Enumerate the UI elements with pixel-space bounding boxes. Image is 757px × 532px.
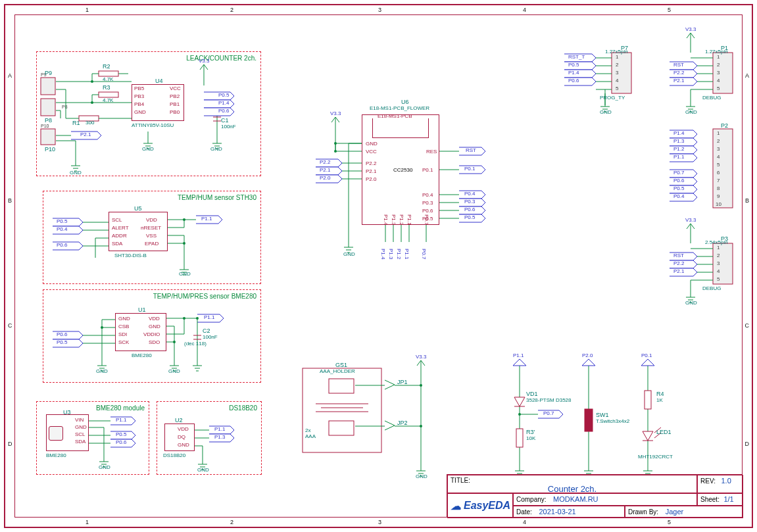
net: P0.1 <box>641 352 652 358</box>
net: P1.4 <box>380 249 386 259</box>
pin: CSB <box>118 324 129 329</box>
u3-chip-icon <box>49 426 63 441</box>
pin: ADDR <box>112 233 127 239</box>
c1-val: 100nF <box>221 124 236 130</box>
cloud-icon: ☁ <box>451 500 461 512</box>
gs1-val: AAA_HOLDER <box>320 368 355 374</box>
net: P0.4 <box>57 226 67 232</box>
pin: RES <box>426 149 437 155</box>
p8-ref: P8 <box>45 117 52 124</box>
pin: GND <box>366 141 378 147</box>
u2-val: DS18B20 <box>163 452 185 458</box>
v33: V3.3 <box>416 354 426 360</box>
p3-tag: DEBUG <box>702 285 721 291</box>
pin: GND <box>118 316 130 322</box>
ic-u6-shield <box>372 118 429 138</box>
title-key: TITLE: <box>451 477 470 484</box>
net: P1.2 <box>396 249 402 259</box>
net: P0.6 <box>673 178 684 183</box>
net: P1.2 <box>673 146 684 152</box>
r1-ref: R1 <box>72 120 80 126</box>
bme-note: (dec 118) <box>184 341 207 347</box>
net: P0.4 <box>673 193 684 199</box>
jp1: JP1 <box>397 379 408 385</box>
net: P0.5 <box>57 339 67 345</box>
net: P2.1 <box>80 132 91 137</box>
block-title: TEMP/HUM sensor STH30 <box>178 194 256 201</box>
pin: P1.3 <box>391 214 397 225</box>
net: RST <box>673 62 684 68</box>
pinnum: 5 <box>717 85 720 91</box>
pinnum: 2 <box>717 62 720 68</box>
ruler-col: 3 <box>378 519 381 525</box>
gnd-label: GND <box>96 368 108 374</box>
drawn-val: Jager <box>666 508 684 516</box>
pin: PB4 <box>134 101 144 107</box>
schematic-sheet: 1 2 3 4 5 1 2 3 4 5 A B C D A B C D LEAC… <box>0 0 757 532</box>
pinnum: 8 <box>717 185 720 191</box>
gnd-label: GND <box>179 271 191 277</box>
pin: EPAD <box>145 241 159 247</box>
net: P0.7 <box>421 249 427 259</box>
net: P0.6 <box>57 242 67 248</box>
gnd-label: GND <box>600 109 612 115</box>
c2-val: 100nF <box>203 334 218 340</box>
ruler-col: 2 <box>230 7 233 13</box>
date-key: Date: <box>516 508 532 516</box>
easyeda-logo: ☁ EasyEDA <box>451 495 510 516</box>
ruler-row: A <box>8 72 12 79</box>
pin: GND <box>75 424 87 430</box>
pin: nRESET <box>141 225 161 231</box>
net: P1.1 <box>116 417 126 423</box>
ruler-col: 4 <box>523 519 526 525</box>
pin: SDO <box>149 339 160 345</box>
gnd-label: GND <box>416 473 427 479</box>
net: RST <box>673 253 684 258</box>
net: P0.5 <box>116 431 126 437</box>
ruler-col: 1 <box>85 519 89 525</box>
u1-ref: U1 <box>138 306 146 313</box>
u5-ref: U5 <box>134 205 142 212</box>
p2-ref: P2 <box>721 122 728 129</box>
vd1-val: 3528-PTSM D3528 <box>526 397 571 403</box>
pin: P0.4 <box>422 192 433 198</box>
pin: GND <box>134 109 146 115</box>
u1-val: BME280 <box>132 352 152 358</box>
date-val: 2021-03-21 <box>539 508 575 516</box>
pinnum: 5 <box>616 85 618 91</box>
p10-ref: P10 <box>45 146 55 153</box>
pin: VDDIO <box>143 331 160 337</box>
r4-ref: R4 <box>656 391 664 397</box>
gs1-ref: GS1 <box>335 362 347 368</box>
ruler-col: 4 <box>523 7 526 13</box>
pinnum: 1 <box>717 130 720 136</box>
ruler-col: 5 <box>668 519 671 525</box>
pin: SCK <box>118 339 129 345</box>
pinnum: 5 <box>717 276 720 282</box>
rev-val: 1.0 <box>721 477 731 485</box>
p1-tag: DEBUG <box>702 95 721 101</box>
net: P0.6 <box>116 439 126 445</box>
net: P1.1 <box>513 352 524 358</box>
net: P1.4 <box>218 100 229 106</box>
net: P0.7 <box>673 170 684 176</box>
pinnum: 1 <box>616 54 618 60</box>
gnd-label: GND <box>70 170 82 176</box>
ruler-row: C <box>8 322 12 329</box>
pinnum: 10 <box>716 201 721 207</box>
pin: VDD <box>178 426 189 432</box>
pinnum: 1 <box>717 245 720 251</box>
pin: SDA <box>75 439 85 445</box>
pin: PB2 <box>170 93 180 99</box>
net: P0.1 <box>464 166 475 172</box>
pinnum: 2 <box>616 62 618 68</box>
gnd-label: GND <box>168 368 180 374</box>
pinnum: 4 <box>717 154 720 160</box>
net: P2.0 <box>320 175 330 181</box>
ruler-row: A <box>745 72 749 79</box>
pin: GND <box>149 324 160 329</box>
net: P2.1 <box>673 78 684 84</box>
net: P0.5 <box>57 218 67 224</box>
p9-ref: P9 <box>45 70 52 76</box>
ruler-row: D <box>8 441 12 447</box>
